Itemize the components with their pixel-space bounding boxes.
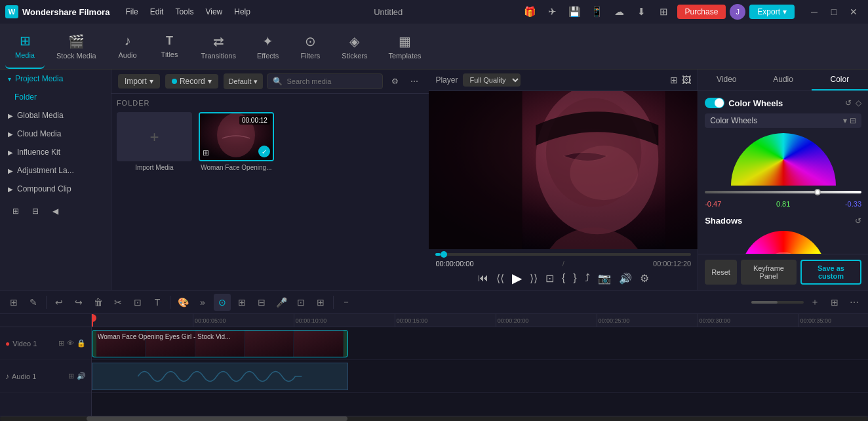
- sidebar-item-global-media[interactable]: ▶ Global Media: [0, 106, 111, 125]
- toolbar-media[interactable]: ⊞ Media: [5, 24, 45, 69]
- snapshot-icon[interactable]: 🖼: [682, 75, 691, 85]
- fullscreen-button[interactable]: ⊡: [545, 272, 554, 285]
- tab-video[interactable]: Video: [698, 70, 755, 90]
- captions-button[interactable]: ⊡: [292, 294, 309, 311]
- close-button[interactable]: ✕: [844, 3, 863, 21]
- shadows-reset-icon[interactable]: ↺: [855, 216, 861, 226]
- color-wheel-dropdown[interactable]: Color Wheels ▾ ⊟: [705, 113, 861, 128]
- audio-clip[interactable]: [92, 363, 348, 390]
- keyframe-panel-button[interactable]: Keyframe Panel: [741, 260, 797, 285]
- import-button[interactable]: Import ▾: [118, 74, 160, 89]
- mark-out-button[interactable]: }: [573, 272, 576, 284]
- toolbar-audio[interactable]: ♪ Audio: [108, 24, 148, 69]
- cut-button[interactable]: ✂: [109, 294, 127, 311]
- phone-icon[interactable]: 📱: [588, 3, 606, 21]
- highlights-slider-handle[interactable]: [814, 189, 821, 195]
- volume-button[interactable]: 🔊: [619, 272, 632, 285]
- settings-button[interactable]: ⚙: [640, 272, 649, 285]
- progress-bar[interactable]: [435, 253, 691, 256]
- purchase-button[interactable]: Purchase: [677, 5, 726, 19]
- sidebar-item-influence-kit[interactable]: ▶ Influence Kit: [0, 143, 111, 161]
- search-input[interactable]: [286, 77, 377, 85]
- sidebar-item-cloud-media[interactable]: ▶ Cloud Media: [0, 125, 111, 143]
- menu-view[interactable]: View: [200, 5, 227, 19]
- sidebar-item-adjustment[interactable]: ▶ Adjustment La...: [0, 161, 111, 180]
- playhead[interactable]: [92, 314, 93, 327]
- minimize-button[interactable]: ─: [805, 3, 823, 21]
- toolbar-stock-media[interactable]: 🎬 Stock Media: [47, 24, 106, 69]
- filter-button[interactable]: ⚙: [387, 73, 403, 89]
- magnet-button[interactable]: ✎: [25, 294, 42, 311]
- progress-handle[interactable]: [441, 251, 447, 258]
- export-button[interactable]: Export ▾: [749, 5, 795, 19]
- timeline-options[interactable]: ⊞: [826, 294, 843, 311]
- mark-in-button[interactable]: {: [562, 272, 565, 284]
- more-button[interactable]: ⋯: [406, 73, 422, 89]
- save-as-custom-button[interactable]: Save as custom: [800, 260, 861, 285]
- menu-file[interactable]: File: [120, 5, 143, 19]
- wheel-expand[interactable]: ▾ ⊟: [843, 116, 856, 125]
- frame-back-button[interactable]: ⟨⟨: [496, 272, 504, 285]
- video-clip[interactable]: Woman Face Opening Eyes Girl - Stock Vid…: [92, 330, 348, 357]
- color-button[interactable]: 🎨: [174, 294, 191, 311]
- plus-zoom[interactable]: ＋: [806, 294, 823, 311]
- sidebar-item-folder[interactable]: Folder: [0, 88, 111, 106]
- nav-icon[interactable]: ✈: [543, 3, 562, 21]
- woman-face-thumb[interactable]: 00:00:12 ⊞ ✓: [199, 112, 274, 161]
- quality-select[interactable]: Full Quality: [463, 73, 521, 87]
- scroll-thumb[interactable]: [87, 416, 347, 421]
- motion-track-button[interactable]: ⊞: [233, 294, 250, 311]
- mask-button[interactable]: ⊟: [253, 294, 270, 311]
- maximize-button[interactable]: □: [825, 3, 843, 21]
- save-icon[interactable]: 💾: [566, 3, 584, 21]
- download-icon[interactable]: ⬇: [633, 3, 651, 21]
- timeline-more[interactable]: ⋯: [846, 294, 863, 311]
- play-button[interactable]: ▶: [512, 270, 522, 286]
- audio-mute-icon[interactable]: 🔊: [77, 372, 86, 380]
- undo-button[interactable]: ↩: [50, 294, 68, 311]
- zoom-bar[interactable]: [751, 301, 804, 304]
- export-frame-button[interactable]: ⤴: [585, 272, 590, 284]
- toolbar-stickers[interactable]: ◈ Stickers: [332, 24, 376, 69]
- record-button[interactable]: Record ▾: [165, 74, 218, 89]
- playhead-handle[interactable]: [92, 314, 96, 322]
- delete-button[interactable]: 🗑: [90, 294, 107, 311]
- reset-icon[interactable]: ↺: [845, 98, 852, 108]
- shadows-color-wheel[interactable]: [741, 231, 826, 254]
- menu-tools[interactable]: Tools: [170, 5, 199, 19]
- skip-back-button[interactable]: ⏮: [478, 272, 488, 284]
- highlights-slider-track[interactable]: [705, 191, 861, 193]
- video-add-icon[interactable]: ⊞: [58, 339, 64, 348]
- apps-icon[interactable]: ⊞: [655, 3, 673, 21]
- frame-forward-button[interactable]: ⟩⟩: [530, 272, 538, 285]
- gift-icon[interactable]: 🎁: [521, 3, 540, 21]
- more-tools[interactable]: »: [194, 294, 211, 311]
- video-lock-icon[interactable]: 🔒: [77, 339, 86, 348]
- voice-button[interactable]: 🎤: [273, 294, 290, 311]
- add-track-button[interactable]: ⊞: [5, 294, 22, 311]
- toolbar-titles[interactable]: T Titles: [150, 24, 189, 69]
- import-media-thumb[interactable]: +: [117, 112, 192, 161]
- redo-button[interactable]: ↪: [70, 294, 87, 311]
- reset-button[interactable]: Reset: [705, 260, 737, 285]
- text-button[interactable]: T: [149, 294, 166, 311]
- ai-button[interactable]: ⊞: [312, 294, 329, 311]
- half-color-wheel[interactable]: [731, 133, 836, 186]
- toolbar-transitions[interactable]: ⇄ Transitions: [192, 24, 245, 69]
- list-view-button[interactable]: ⊟: [28, 203, 43, 219]
- user-avatar[interactable]: J: [730, 4, 745, 20]
- grid-view-icon[interactable]: ⊞: [670, 75, 678, 85]
- snapshot-button[interactable]: 📷: [598, 272, 611, 285]
- collapse-button[interactable]: ◀: [47, 203, 63, 219]
- render-preview-button[interactable]: ⊙: [214, 294, 231, 311]
- add-folder-button[interactable]: ⊞: [8, 203, 24, 219]
- crop-button[interactable]: ⊡: [129, 294, 146, 311]
- toolbar-filters[interactable]: ⊙ Filters: [290, 24, 330, 69]
- audio-add-icon[interactable]: ⊞: [68, 372, 74, 380]
- menu-help[interactable]: Help: [229, 5, 256, 19]
- minus-zoom[interactable]: －: [338, 294, 355, 311]
- sidebar-item-compound-clip[interactable]: ▶ Compound Clip: [0, 180, 111, 198]
- color-picker-icon[interactable]: ◇: [856, 98, 861, 108]
- video-hide-icon[interactable]: 👁: [67, 339, 74, 348]
- color-wheels-toggle[interactable]: [705, 98, 724, 108]
